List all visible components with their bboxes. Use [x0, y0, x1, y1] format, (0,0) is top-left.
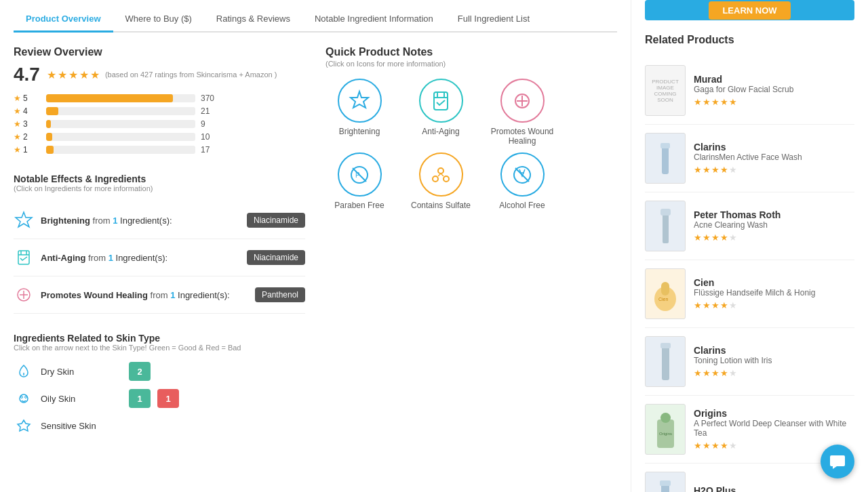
product-name-ptr: Acne Clearing Wash	[694, 220, 854, 230]
svg-marker-12	[351, 91, 368, 108]
wound-healing-icon	[14, 285, 34, 305]
icon-brightening[interactable]: Brightening	[326, 79, 393, 146]
icon-label-wound-healing: Promotes Wound Healing	[488, 127, 556, 146]
dry-skin-icon	[14, 361, 34, 382]
effect-unit-brightening: Ingredient(s):	[120, 216, 172, 226]
related-products-title: Related Products	[645, 34, 854, 46]
related-product-clarins-toning[interactable]: Clarins Toning Lotion with Iris ★★★★★	[645, 328, 854, 396]
icon-label-brightening: Brightening	[339, 127, 380, 136]
related-product-ptr[interactable]: Peter Thomas Roth Acne Clearing Wash ★★★…	[645, 192, 854, 260]
svg-rect-36	[661, 282, 669, 295]
brightening-icon	[14, 210, 34, 230]
svg-line-27	[441, 173, 443, 176]
sulfate-circle-icon	[419, 152, 463, 197]
product-brand-murad: Murad	[694, 74, 854, 85]
anti-aging-circle-icon	[419, 79, 463, 123]
oily-skin-icon	[14, 388, 34, 409]
product-name-clarins-toning: Toning Lotion with Iris	[694, 356, 854, 365]
brightening-circle-icon	[338, 79, 382, 123]
rating-row-1: ★ 1 17	[14, 145, 305, 155]
related-product-clarins-men[interactable]: Clarins ClarinsMen Active Face Wash ★★★★…	[645, 125, 854, 192]
paraben-free-circle-icon: P	[338, 152, 382, 197]
svg-rect-1	[18, 251, 29, 264]
effect-name-brightening: Brightening	[41, 216, 90, 226]
skin-type-badge-oily-bad[interactable]: 1	[157, 389, 179, 408]
rating-label-4: 4	[23, 106, 28, 116]
bar-container-5	[46, 94, 195, 102]
product-stars-cien: ★★★★★	[694, 300, 854, 310]
rating-row-2: ★ 2 10	[14, 132, 305, 142]
bar-container-1	[46, 146, 195, 154]
effect-unit-wound-healing: Ingredient(s):	[178, 290, 230, 300]
bar-fill-5	[46, 94, 173, 102]
product-name-murad: Gaga for Glow Facial Scrub	[694, 85, 854, 94]
quick-product-notes-title: Quick Product Notes	[326, 46, 617, 58]
effects-section: Notable Effects & Ingredients (Click on …	[14, 173, 305, 314]
ratings-grid: ★ 5 370 ★ 4	[14, 94, 305, 155]
tab-product-overview[interactable]: Product Overview	[14, 7, 113, 33]
wound-healing-circle-icon	[500, 79, 545, 123]
rating-label-5: 5	[23, 94, 28, 103]
icon-paraben-free[interactable]: P Paraben Free	[326, 152, 393, 210]
effect-name-wound-healing: Promotes Wound Healing	[41, 290, 148, 300]
product-brand-clarins-men: Clarins	[694, 142, 854, 152]
svg-rect-39	[660, 343, 671, 348]
skin-type-badge-oily-good[interactable]: 1	[129, 389, 151, 408]
skin-type-label-oily: Oily Skin	[41, 394, 122, 404]
product-brand-cien: Cien	[694, 277, 854, 288]
rating-row-4: ★ 4 21	[14, 106, 305, 116]
svg-rect-34	[660, 209, 671, 216]
bar-count-4: 21	[201, 106, 221, 116]
review-overview-title: Review Overview	[14, 46, 305, 58]
product-name-cien: Flüssige Handseife Milch & Honig	[694, 288, 854, 298]
svg-rect-44	[660, 480, 671, 486]
product-brand-h2o: H2O Plus	[694, 485, 854, 492]
alcohol-free-circle-icon	[500, 152, 545, 197]
product-img-cien: Cien	[645, 268, 686, 319]
icon-alcohol-free[interactable]: Alcohol Free	[488, 152, 556, 210]
related-product-cien[interactable]: Cien Cien Flüssige Handseife Milch & Hon…	[645, 260, 854, 328]
effect-tag-anti-aging[interactable]: Niacinamide	[247, 250, 305, 265]
svg-point-10	[21, 396, 23, 398]
rating-label-1: 1	[23, 145, 28, 155]
icon-contains-sulfate[interactable]: Contains Sulfate	[407, 152, 475, 210]
rating-meta: (based on 427 ratings from Skincarisma +…	[105, 70, 277, 79]
skin-type-label-sensitive: Sensitive Skin	[41, 421, 122, 431]
effect-tag-brightening[interactable]: Niacinamide	[247, 213, 305, 228]
svg-line-26	[438, 173, 441, 176]
bar-container-4	[46, 107, 195, 115]
bar-fill-3	[46, 120, 51, 128]
effect-row-wound-healing: Promotes Wound Healing from 1 Ingredient…	[14, 276, 305, 314]
skin-type-badge-dry-good[interactable]: 2	[129, 362, 151, 381]
tab-notable-ingredient[interactable]: Notable Ingredient Information	[302, 7, 446, 33]
product-stars-ptr: ★★★★★	[694, 232, 854, 243]
product-brand-ptr: Peter Thomas Roth	[694, 209, 854, 220]
effect-tag-wound-healing[interactable]: Panthenol	[255, 287, 305, 302]
rating-value: 4.7	[14, 64, 40, 85]
icon-wound-healing[interactable]: Promotes Wound Healing	[488, 79, 556, 146]
effect-row-brightening: Brightening from 1 Ingredient(s): Niacin…	[14, 202, 305, 239]
product-brand-origins: Origins	[694, 408, 854, 419]
svg-point-11	[25, 396, 27, 398]
product-img-clarins-men	[645, 133, 686, 184]
tab-where-to-buy[interactable]: Where to Buy ($)	[113, 7, 204, 33]
icon-anti-aging[interactable]: Anti-Aging	[407, 79, 475, 146]
tab-ratings-reviews[interactable]: Ratings & Reviews	[204, 7, 302, 33]
svg-point-25	[443, 176, 449, 182]
effect-name-anti-aging: Anti-Aging	[41, 253, 85, 263]
learn-now-button[interactable]: LEARN NOW	[709, 1, 790, 20]
svg-point-24	[433, 176, 438, 182]
skin-type-title: Ingredients Related to Skin Type	[14, 333, 305, 344]
related-product-murad[interactable]: PRODUCT IMAGE COMING SOON Murad Gaga for…	[645, 57, 854, 125]
svg-point-23	[438, 168, 443, 173]
rating-row-3: ★ 3 9	[14, 119, 305, 129]
chat-button[interactable]	[821, 445, 854, 478]
tab-bar: Product Overview Where to Buy ($) Rating…	[14, 0, 617, 33]
skin-type-row-sensitive: Sensitive Skin	[14, 415, 305, 436]
bar-count-2: 10	[201, 132, 221, 142]
tab-full-ingredient[interactable]: Full Ingredient List	[446, 7, 542, 33]
sensitive-skin-icon	[14, 415, 34, 436]
bar-container-2	[46, 133, 195, 141]
effect-count-anti-aging: 1	[108, 253, 113, 263]
bar-fill-2	[46, 133, 52, 141]
